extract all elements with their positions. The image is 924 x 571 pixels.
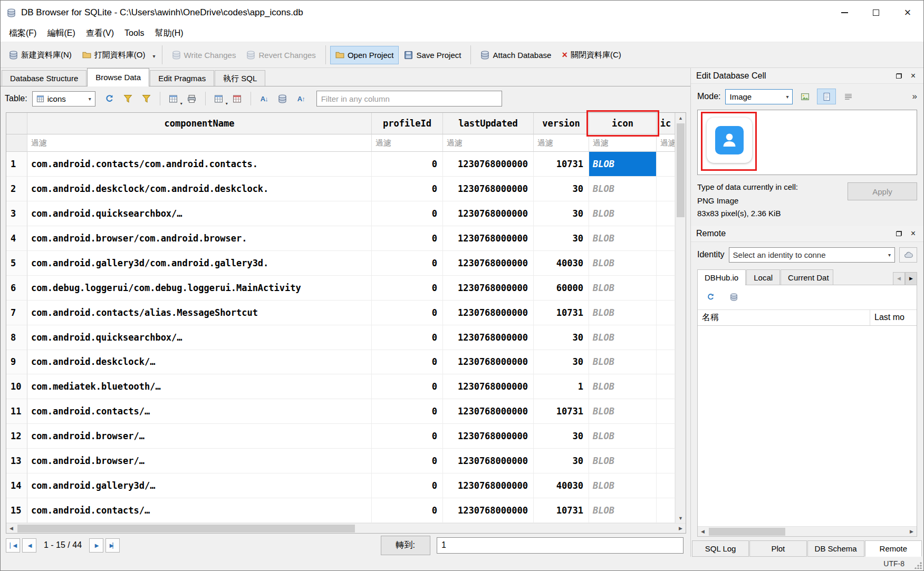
cell-version[interactable]: 10731 [534,399,589,424]
row-number[interactable]: 1 [6,152,27,177]
sort-descending-button[interactable]: A↑ [293,90,310,107]
cell-version[interactable]: 40030 [534,251,589,276]
row-number[interactable]: 11 [6,399,27,424]
cell-lastUpdated[interactable]: 1230768000000 [443,251,534,276]
row-number[interactable]: 15 [6,498,27,523]
sort-ascending-button[interactable]: A↓ [256,90,273,107]
refresh-button[interactable] [101,90,118,107]
cell-componentName[interactable]: com.android.contacts/alias.MessageShortc… [27,301,372,325]
import-data-button[interactable] [795,89,814,104]
scrollbar-thumb[interactable] [677,123,685,217]
cell-componentName[interactable]: com.android.browser/com.android.browser. [27,226,372,251]
cell-clipped[interactable] [657,226,675,251]
cell-profileId[interactable]: 0 [372,226,443,251]
row-number[interactable]: 5 [6,251,27,276]
cell-clipped[interactable] [657,301,675,325]
filter-lastUpdated[interactable]: 過濾 [443,134,534,152]
encoding-label[interactable]: UTF-8 [883,559,904,568]
cell-lastUpdated[interactable]: 1230768000000 [443,201,534,226]
row-number[interactable]: 10 [6,374,27,399]
row-number[interactable]: 2 [6,177,27,201]
edit-filters-button[interactable] [138,90,155,107]
cell-version[interactable]: 30 [534,201,589,226]
cell-profileId[interactable]: 0 [372,424,443,449]
cell-profileId[interactable]: 0 [372,399,443,424]
global-filter-input[interactable] [316,91,502,107]
cell-version[interactable]: 1 [534,374,589,399]
attach-database-button[interactable]: Attach Database [475,46,556,64]
save-table-button[interactable]: ▾ [210,90,227,107]
apply-button[interactable]: Apply [848,182,917,200]
row-number[interactable]: 12 [6,424,27,449]
cell-icon-blob[interactable]: BLOB [589,276,657,301]
tab-current-database[interactable]: Current Dat [781,269,833,285]
cell-profileId[interactable]: 0 [372,152,443,177]
cell-icon-blob[interactable]: BLOB [589,325,657,350]
row-number[interactable]: 13 [6,449,27,473]
minimize-button[interactable] [829,1,860,25]
last-record-button[interactable]: ▶▏ [105,538,120,553]
scrollbar-thumb[interactable] [17,525,355,533]
cell-lastUpdated[interactable]: 1230768000000 [443,374,534,399]
cell-profileId[interactable]: 0 [372,201,443,226]
new-record-button[interactable]: ▾ [165,90,182,107]
revert-changes-button[interactable]: Revert Changes [241,46,321,64]
goto-button[interactable]: 轉到: [381,536,430,555]
row-number[interactable]: 14 [6,473,27,498]
cell-profileId[interactable]: 0 [372,276,443,301]
tab-browse-data[interactable]: Browse Data [87,68,149,86]
identity-select[interactable]: Select an identity to conne ▾ [729,247,895,263]
cell-clipped[interactable] [657,276,675,301]
scroll-left-icon[interactable]: ◀ [6,524,16,533]
print-button[interactable] [184,90,200,107]
previous-record-button[interactable]: ◀ [22,538,36,553]
text-document-button[interactable] [817,89,836,104]
cell-clipped[interactable] [657,350,675,375]
open-project-button[interactable]: Open Project [330,46,399,64]
cell-version[interactable]: 30 [534,226,589,251]
row-number[interactable]: 9 [6,350,27,375]
tab-db-schema[interactable]: DB Schema [807,540,864,557]
cell-profileId[interactable]: 0 [372,473,443,498]
cell-clipped[interactable] [657,374,675,399]
scrollbar-thumb[interactable] [709,528,785,536]
cell-version[interactable]: 10731 [534,152,589,177]
tab-remote[interactable]: Remote [865,540,922,557]
remote-column-last-modified[interactable]: Last mo [870,310,917,325]
cell-icon-blob[interactable]: BLOB [589,301,657,325]
first-record-button[interactable]: ▏◀ [6,538,20,553]
filter-clipped[interactable]: 過濾 [657,134,675,152]
horizontal-scrollbar[interactable]: ◀ ▶ [6,523,686,533]
filter-icon[interactable]: 過濾 [589,134,657,152]
cell-icon-blob[interactable]: BLOB [589,152,657,177]
tab-plot[interactable]: Plot [749,540,806,557]
cell-version[interactable]: 30 [534,424,589,449]
row-number[interactable]: 7 [6,301,27,325]
resize-grip[interactable] [915,562,922,569]
tab-dbhub[interactable]: DBHub.io [697,269,746,285]
write-changes-button[interactable]: Write Changes [167,46,242,64]
cell-lastUpdated[interactable]: 1230768000000 [443,424,534,449]
grid-corner-cell[interactable] [6,113,27,134]
float-panel-button[interactable] [892,227,906,240]
filter-profileId[interactable]: 過濾 [372,134,443,152]
row-number[interactable]: 6 [6,276,27,301]
open-database-button[interactable]: 打開資料庫(O) [77,45,151,65]
mode-select[interactable]: Image ▾ [725,89,793,104]
cell-componentName[interactable]: com.android.contacts/com.android.contact… [27,152,372,177]
cell-componentName[interactable]: com.android.browser/… [27,449,372,473]
tab-sql-log[interactable]: SQL Log [692,540,749,557]
row-number[interactable]: 4 [6,226,27,251]
next-record-button[interactable]: ▶ [89,538,103,553]
cell-clipped[interactable] [657,251,675,276]
filter-componentName[interactable]: 過濾 [27,134,372,152]
remote-column-name[interactable]: 名稱 [698,310,870,325]
column-header-componentName[interactable]: componentName [27,113,372,134]
cell-clipped[interactable] [657,424,675,449]
save-project-button[interactable]: Save Project [399,46,466,64]
cell-version[interactable]: 30 [534,177,589,201]
remote-horizontal-scrollbar[interactable]: ◀ ▶ [698,526,917,536]
cell-componentName[interactable]: com.android.gallery3d/… [27,473,372,498]
float-panel-button[interactable] [892,70,906,82]
cell-clipped[interactable] [657,399,675,424]
